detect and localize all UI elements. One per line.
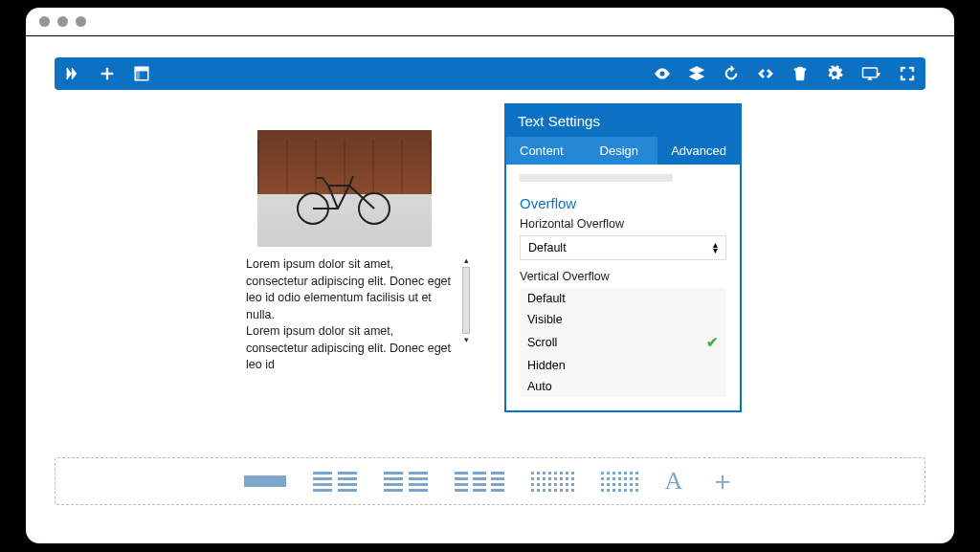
window-dot — [57, 16, 68, 27]
widget-add-icon[interactable]: ＋ — [709, 463, 736, 499]
tab-advanced[interactable]: Advanced — [657, 137, 740, 165]
main-toolbar: ▾ — [55, 57, 925, 90]
history-icon[interactable] — [723, 65, 740, 82]
placeholder-line — [520, 174, 673, 182]
app-window: ▾ Lorem ipsum dolor sit amet, consectetu… — [26, 8, 954, 543]
code-icon[interactable] — [757, 65, 774, 82]
window-dot — [39, 16, 50, 27]
scroll-up-icon[interactable]: ▴ — [464, 256, 469, 265]
widget-text-2col[interactable] — [313, 472, 357, 492]
widget-dotted-b[interactable] — [601, 472, 638, 492]
scroll-down-icon[interactable]: ▾ — [464, 336, 469, 344]
vertical-scrollbar[interactable]: ▴ ▾ — [461, 256, 471, 344]
settings-panel: Text Settings Content Design Advanced Ov… — [504, 103, 742, 412]
text-paragraph: Lorem ipsum dolor sit amet, consectetur … — [246, 323, 457, 374]
panel-tabs: Content Design Advanced — [506, 137, 740, 165]
fullscreen-icon[interactable] — [899, 65, 916, 82]
module-tray: A ＋ — [55, 457, 925, 505]
widget-dotted-a[interactable] — [531, 472, 574, 492]
bicycle-illustration — [292, 168, 397, 226]
svg-rect-2 — [135, 71, 140, 80]
dropdown-option[interactable]: Hidden — [520, 355, 726, 376]
label-horizontal-overflow: Horizontal Overflow — [520, 217, 726, 231]
widget-font-icon[interactable]: A — [665, 467, 683, 496]
dropdown-vertical-overflow[interactable]: DefaultVisibleScroll✔HiddenAuto — [520, 288, 726, 397]
layers-icon[interactable] — [688, 65, 705, 82]
panel-title: Text Settings — [506, 105, 740, 137]
label-vertical-overflow: Vertical Overflow — [520, 270, 726, 283]
add-icon[interactable] — [99, 65, 116, 82]
titlebar — [26, 8, 954, 36]
tab-design[interactable]: Design — [587, 137, 652, 165]
layout-icon[interactable] — [133, 65, 150, 82]
section-overflow: Overflow — [520, 195, 726, 211]
logo-icon[interactable] — [64, 65, 81, 82]
select-horizontal-overflow[interactable]: Default ▴▾ — [520, 235, 726, 260]
widget-text-2col-b[interactable] — [384, 472, 428, 492]
preview-icon[interactable] — [654, 65, 671, 82]
widget-text-3col[interactable] — [455, 472, 504, 492]
widget-text-solid[interactable] — [244, 475, 286, 487]
dropdown-option[interactable]: Auto — [520, 376, 726, 397]
window-dot — [76, 16, 86, 27]
check-icon: ✔ — [706, 334, 719, 351]
trash-icon[interactable] — [791, 65, 809, 82]
dropdown-option[interactable]: Default — [520, 288, 726, 309]
dropdown-option[interactable]: Visible — [520, 309, 726, 330]
dropdown-option[interactable]: Scroll✔ — [520, 330, 726, 355]
module-image[interactable] — [257, 130, 432, 247]
panel-body: Overflow Horizontal Overflow Default ▴▾ … — [506, 165, 740, 410]
select-value: Default — [528, 241, 567, 254]
select-caret-icon: ▴▾ — [713, 242, 718, 254]
text-paragraph: Lorem ipsum dolor sit amet, consectetur … — [246, 256, 457, 323]
svg-rect-1 — [135, 67, 148, 71]
desktop-icon[interactable]: ▾ — [860, 65, 881, 82]
scrollbar-track[interactable] — [462, 267, 470, 334]
gear-icon[interactable] — [826, 65, 843, 82]
tab-content[interactable]: Content — [506, 137, 577, 165]
module-text[interactable]: Lorem ipsum dolor sit amet, consectetur … — [246, 256, 457, 374]
